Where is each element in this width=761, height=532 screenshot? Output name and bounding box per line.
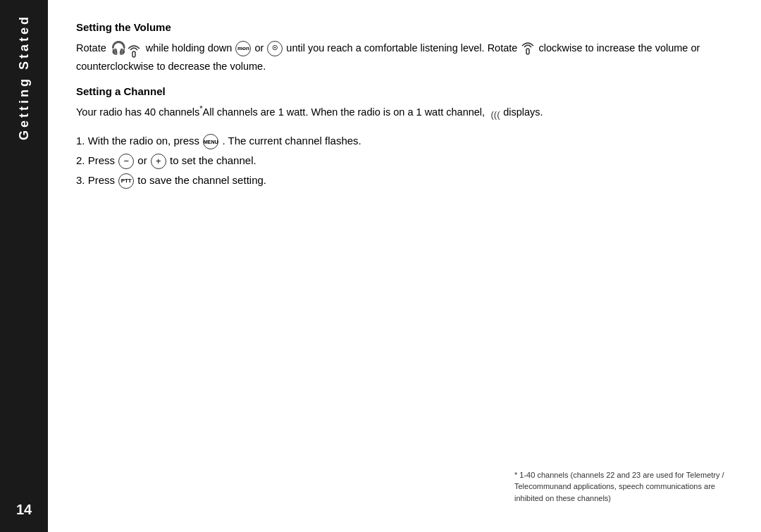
volume-text-2: while holding down [146, 42, 235, 54]
sidebar: Getting Stated 14 [0, 0, 48, 532]
step1-text-1: 1. With the radio on, press [76, 135, 202, 147]
channel-step-3: 3. Press PTT to save the channel setting… [76, 172, 733, 189]
channel-intro-2: All channels are 1 watt. When the radio … [203, 106, 488, 118]
channel-step-1: 1. With the radio on, press MENU . The c… [76, 132, 733, 149]
volume-body: Rotate 🎧 while holding down mon or ☉ unt… [76, 39, 733, 74]
volume-text-4: until you reach a comfortable listening … [286, 42, 520, 54]
svg-text:(((: ((( [491, 109, 501, 120]
mon-button-icon: mon [235, 41, 251, 56]
channel-step-2: 2. Press − or + to set the channel. [76, 152, 733, 169]
svg-rect-0 [132, 51, 135, 57]
volume-text-3: or [254, 42, 266, 54]
antenna-icon-2 [521, 42, 534, 56]
main-content: Setting the Volume Rotate 🎧 while holdin… [48, 0, 761, 532]
footnote: * 1-40 channels (channels 22 and 23 are … [514, 469, 733, 505]
volume-text-1: Rotate [76, 42, 109, 54]
step2-text-2: or [137, 154, 150, 166]
step3-text-1: 3. Press [76, 174, 118, 186]
signal-icon: ((( [488, 105, 502, 121]
left-arrow-icon: − [118, 154, 134, 169]
volume-title: Setting the Volume [76, 21, 733, 33]
right-arrow-icon: + [151, 154, 166, 169]
step3-text-2: to save the channel setting. [137, 174, 266, 186]
step1-text-2: . The current channel flashes. [222, 135, 361, 147]
channel-intro: Your radio has 40 channels*All channels … [76, 103, 733, 121]
step2-text-3: to set the channel. [170, 154, 256, 166]
sidebar-label: Getting Stated [17, 14, 32, 140]
channel-intro-1: Your radio has 40 channels [76, 106, 199, 118]
volume-section: Setting the Volume Rotate 🎧 while holdin… [76, 21, 733, 74]
antenna-icon: 🎧 [111, 39, 142, 58]
channel-section: Setting a Channel Your radio has 40 chan… [76, 85, 733, 189]
svg-rect-1 [526, 49, 529, 54]
menu-button-icon: MENU [203, 134, 218, 149]
step2-text-1: 2. Press [76, 154, 118, 166]
ptt-button-icon: PTT [118, 173, 134, 189]
footnote-text: * 1-40 channels (channels 22 and 23 are … [514, 471, 724, 502]
channel-title: Setting a Channel [76, 85, 733, 97]
page-number: 14 [16, 502, 32, 518]
channel-intro-3: displays. [503, 106, 543, 118]
call-button-icon: ☉ [267, 41, 283, 56]
